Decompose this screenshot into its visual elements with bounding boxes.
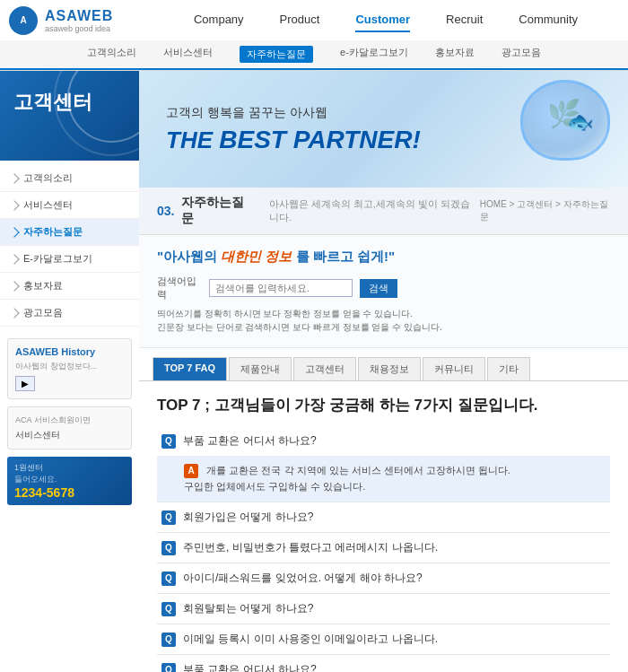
sub-nav-pr[interactable]: 홍보자료 bbox=[435, 46, 475, 63]
sidebar-item-service[interactable]: 서비스센터 bbox=[0, 192, 139, 219]
phone-widget: 1원센터 들어오세요. 1234-5678 bbox=[7, 457, 132, 505]
sidebar-item-pr[interactable]: 홍보자료 bbox=[0, 273, 139, 300]
faq-main-title: TOP 7 ; 고객님들이 가장 궁금해 하는 7가지 질문입니다. bbox=[157, 395, 610, 415]
nav-company[interactable]: Company bbox=[194, 8, 244, 32]
sidebar-item-faq[interactable]: 자주하는질문 bbox=[0, 219, 139, 246]
search-title-em: 대한민 정보 bbox=[221, 249, 292, 264]
faq-q-badge: Q bbox=[161, 663, 176, 672]
banner-english-text: THE BEST PARTNER! bbox=[166, 126, 421, 154]
sidebar-item-catalog[interactable]: E-카달로그보기 bbox=[0, 246, 139, 273]
banner: 고객의 행복을 꿈꾸는 아사웹 THE BEST PARTNER! 🌿 🐟 bbox=[139, 71, 628, 188]
sidebar-header: 고객센터 bbox=[0, 71, 139, 161]
faq-q-text-2: 주민번호, 비밀번호가 틀렸다고 에러메시지 나옵니다. bbox=[183, 540, 438, 555]
widget-title: ASAWEB History bbox=[15, 346, 124, 357]
tab-customer[interactable]: 고객센터 bbox=[293, 357, 356, 380]
faq-q-text-4: 회원탈퇴는 어떻게 하나요? bbox=[183, 601, 313, 616]
banner-best-partner: BEST PARTNER! bbox=[219, 126, 421, 153]
search-row: 검색어입력 검색 bbox=[157, 275, 610, 301]
phone-number: 1234-5678 bbox=[14, 485, 125, 500]
search-title: "아사웹의 대한민 정보 를 빠르고 쉽게!" bbox=[157, 249, 610, 266]
faq-question-5[interactable]: Q 이메일 등록시 이미 사용중인 이메일이라고 나옵니다. bbox=[157, 624, 610, 654]
faq-a-badge: A bbox=[184, 464, 198, 478]
faq-q-text-0: 부품 교환은 어디서 하나요? bbox=[183, 433, 317, 449]
page-title: 자주하는질문 bbox=[181, 195, 252, 227]
tab-etc[interactable]: 기타 bbox=[487, 357, 530, 380]
page-number: 03. bbox=[157, 204, 174, 218]
nav-recruit[interactable]: Recruit bbox=[446, 8, 483, 32]
faq-section: TOP 7 ; 고객님들이 가장 궁금해 하는 7가지 질문입니다. Q 부품 … bbox=[139, 381, 628, 672]
phone-label: 1원센터 bbox=[14, 462, 125, 474]
tabs: TOP 7 FAQ 제품안내 고객센터 채용정보 커뮤니티 기타 bbox=[139, 357, 628, 381]
nav-customer[interactable]: Customer bbox=[355, 8, 410, 32]
banner-decoration: 🌿 🐟 bbox=[520, 80, 610, 161]
search-title-part1: "아사웹의 bbox=[157, 249, 217, 264]
faq-item-2: Q 주민번호, 비밀번호가 틀렸다고 에러메시지 나옵니다. bbox=[157, 533, 610, 563]
faq-q-badge: Q bbox=[161, 602, 176, 616]
widget-sub: 아사웹의 창업정보다... bbox=[15, 361, 124, 372]
page-header: 03. 자주하는질문 아사웹은 세계속의 최고,세계속의 빛이 되겠습니다. H… bbox=[139, 188, 628, 235]
sidebar-item-label: E-카달로그보기 bbox=[23, 252, 92, 266]
search-button[interactable]: 검색 bbox=[360, 279, 397, 298]
faq-question-0[interactable]: Q 부품 교환은 어디서 하나요? bbox=[157, 426, 610, 456]
breadcrumb: HOME > 고객센터 > 자주하는질문 bbox=[480, 198, 610, 223]
page-title-area: 03. 자주하는질문 아사웹은 세계속의 최고,세계속의 빛이 되겠습니다. bbox=[157, 195, 480, 227]
faq-q-badge: Q bbox=[161, 434, 176, 449]
sidebar: 고객센터 고객의소리 서비스센터 자주하는질문 E-카달로그보기 홍보자료 bbox=[0, 71, 139, 672]
nav-product[interactable]: Product bbox=[280, 8, 320, 32]
faq-item-5: Q 이메일 등록시 이미 사용중인 이메일이라고 나옵니다. bbox=[157, 624, 610, 655]
logo-area: A ASAWEB asaweb good idea bbox=[9, 6, 153, 35]
phone-sublabel: 들어오세요. bbox=[14, 474, 125, 485]
search-label: 검색어입력 bbox=[157, 275, 202, 301]
faq-question-3[interactable]: Q 아이디/패스워드를 잊었어요. 어떻게 해야 하나요? bbox=[157, 563, 610, 593]
faq-item-0: Q 부품 교환은 어디서 하나요? A 개를 교환은 전국 각 지역에 있는 서… bbox=[157, 426, 610, 502]
faq-q-badge: Q bbox=[161, 511, 176, 525]
sidebar-item-label: 광고모음 bbox=[23, 306, 63, 319]
faq-question-6[interactable]: Q 부품 교환은 어디서 하나요? bbox=[157, 655, 610, 672]
tab-top7faq[interactable]: TOP 7 FAQ bbox=[153, 357, 227, 380]
faq-q-text-3: 아이디/패스워드를 잊었어요. 어떻게 해야 하나요? bbox=[183, 571, 423, 586]
faq-q-text-1: 회원가입은 어떻게 하나요? bbox=[183, 510, 313, 525]
sidebar-item-label: 서비스센터 bbox=[23, 198, 73, 212]
arrow-icon bbox=[9, 254, 19, 264]
sidebar-item-label: 홍보자료 bbox=[23, 279, 63, 292]
search-title-part2: 를 빠르고 쉽게!" bbox=[296, 249, 395, 264]
banner-korean-text: 고객의 행복을 꿈꾸는 아사웹 bbox=[166, 105, 421, 121]
sidebar-item-label: 자주하는질문 bbox=[23, 225, 83, 239]
search-input[interactable] bbox=[209, 279, 353, 297]
sidebar-menu: 고객의소리 서비스센터 자주하는질문 E-카달로그보기 홍보자료 광고모음 bbox=[0, 161, 139, 331]
sidebar-item-voice[interactable]: 고객의소리 bbox=[0, 165, 139, 192]
tab-recruit[interactable]: 채용정보 bbox=[358, 357, 421, 380]
logo-icon: A bbox=[9, 6, 38, 35]
breadcrumb-text: HOME > 고객센터 > 자주하는질문 bbox=[480, 199, 608, 222]
faq-item-3: Q 아이디/패스워드를 잊었어요. 어떻게 해야 하나요? bbox=[157, 563, 610, 594]
nav-community[interactable]: Community bbox=[519, 8, 578, 32]
sub-nav-service[interactable]: 서비스센터 bbox=[163, 46, 213, 63]
faq-item-1: Q 회원가입은 어떻게 하나요? bbox=[157, 502, 610, 533]
faq-answer-0: A 개를 교환은 전국 각 지역에 있는 서비스 센터에서 고장하시면 됩니다.… bbox=[157, 456, 610, 502]
search-hint: 띄어쓰기를 정확히 하시면 보다 정확한 정보를 얻을 수 있습니다. 긴문장 … bbox=[157, 307, 610, 334]
arrow-icon bbox=[9, 308, 19, 318]
sub-nav-voice[interactable]: 고객의소리 bbox=[87, 46, 136, 63]
banner-the: THE bbox=[166, 127, 213, 153]
widget-btn[interactable]: ▶ bbox=[15, 376, 35, 391]
fish-bowl: 🐟 bbox=[520, 80, 610, 161]
logo-name: ASAWEB bbox=[45, 8, 113, 24]
faq-question-2[interactable]: Q 주민번호, 비밀번호가 틀렸다고 에러메시지 나옵니다. bbox=[157, 533, 610, 563]
faq-item-6: Q 부품 교환은 어디서 하나요? bbox=[157, 655, 610, 672]
fish-icon: 🐟 bbox=[567, 109, 594, 135]
faq-q-badge: Q bbox=[161, 541, 176, 555]
logo-subtitle: asaweb good idea bbox=[45, 24, 113, 33]
faq-question-4[interactable]: Q 회원탈퇴는 어떻게 하나요? bbox=[157, 594, 610, 624]
faq-a-text-0: 개를 교환은 전국 각 지역에 있는 서비스 센터에서 고장하시면 됩니다.구입… bbox=[184, 465, 510, 492]
faq-q-badge: Q bbox=[161, 572, 176, 586]
sidebar-item-ad[interactable]: 광고모음 bbox=[0, 300, 139, 327]
faq-question-1[interactable]: Q 회원가입은 어떻게 하나요? bbox=[157, 502, 610, 532]
tab-product[interactable]: 제품안내 bbox=[229, 357, 292, 380]
faq-q-badge: Q bbox=[161, 633, 176, 647]
sub-nav: 고객의소리 서비스센터 자주하는질문 e-카달로그보기 홍보자료 광고모음 bbox=[0, 40, 628, 70]
sub-nav-ad[interactable]: 광고모음 bbox=[502, 46, 541, 63]
sub-nav-catalog[interactable]: e-카달로그보기 bbox=[340, 46, 408, 63]
sub-nav-faq[interactable]: 자주하는질문 bbox=[240, 46, 313, 63]
tab-community[interactable]: 커뮤니티 bbox=[423, 357, 485, 380]
faq-q-text-6: 부품 교환은 어디서 하나요? bbox=[183, 662, 317, 672]
